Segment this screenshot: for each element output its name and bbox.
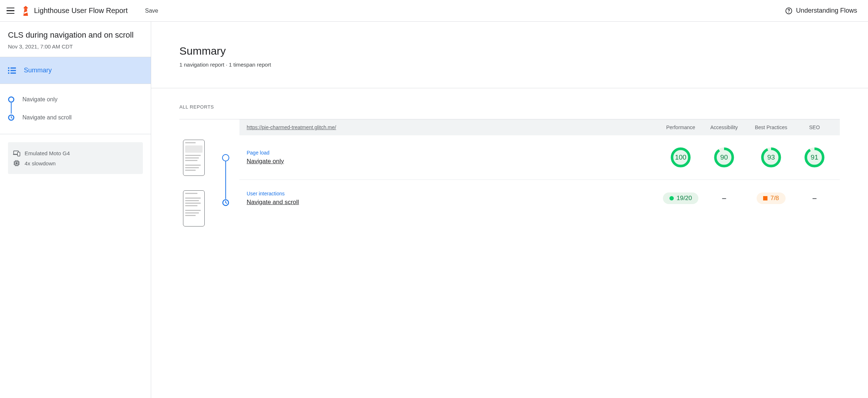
clock-icon bbox=[8, 114, 14, 121]
tested-url-link[interactable]: https://pie-charmed-treatment.glitch.me/ bbox=[247, 124, 659, 130]
page-subtitle: 1 navigation report · 1 timespan report bbox=[179, 62, 868, 68]
svg-rect-0 bbox=[24, 8, 27, 10]
fraction-value: 7/8 bbox=[770, 195, 779, 202]
list-icon bbox=[8, 67, 16, 74]
svg-rect-13 bbox=[18, 152, 20, 156]
accessibility-gauge[interactable]: 90 bbox=[713, 146, 735, 169]
best-practices-fraction[interactable]: 7/8 bbox=[757, 192, 786, 204]
sidebar-step-navigate-only[interactable]: Navigate only bbox=[8, 92, 143, 107]
settings-device: Emulated Moto G4 bbox=[13, 148, 138, 158]
svg-point-7 bbox=[8, 72, 9, 74]
gauge-value: 91 bbox=[803, 146, 826, 169]
svg-point-9 bbox=[9, 97, 14, 102]
row-category: Page load bbox=[247, 150, 659, 156]
svg-point-2 bbox=[788, 12, 789, 13]
flow-title: CLS during navigation and on scroll bbox=[8, 30, 143, 40]
pass-dot-icon bbox=[669, 196, 674, 200]
screenshot-thumbnail bbox=[183, 190, 205, 226]
best-practices-gauge[interactable]: 93 bbox=[760, 146, 782, 169]
thumbnails-column bbox=[179, 119, 222, 226]
chip-icon bbox=[13, 160, 20, 167]
accessibility-na: – bbox=[702, 194, 746, 203]
help-label: Understanding Flows bbox=[796, 7, 857, 14]
gauge-value: 90 bbox=[713, 146, 735, 169]
lighthouse-logo-icon bbox=[22, 6, 30, 16]
circle-icon bbox=[222, 154, 229, 161]
performance-fraction[interactable]: 19/20 bbox=[663, 192, 699, 204]
row-category: User interactions bbox=[247, 191, 659, 196]
sidebar: CLS during navigation and on scroll Nov … bbox=[0, 22, 151, 398]
flow-date: Nov 3, 2021, 7:00 AM CDT bbox=[8, 43, 143, 50]
settings-throttling-label: 4x slowdown bbox=[25, 160, 56, 166]
table-header: https://pie-charmed-treatment.glitch.me/… bbox=[239, 119, 840, 135]
sidebar-summary-label: Summary bbox=[24, 67, 52, 74]
settings-device-label: Emulated Moto G4 bbox=[25, 150, 70, 156]
save-button[interactable]: Save bbox=[145, 8, 158, 14]
column-performance: Performance bbox=[659, 124, 702, 130]
svg-rect-6 bbox=[10, 70, 16, 71]
svg-point-5 bbox=[8, 70, 9, 71]
sidebar-step-label: Navigate only bbox=[22, 96, 58, 103]
svg-point-3 bbox=[8, 67, 9, 69]
svg-rect-4 bbox=[10, 67, 16, 68]
svg-rect-8 bbox=[10, 72, 16, 73]
sidebar-header: CLS during navigation and on scroll Nov … bbox=[0, 22, 151, 57]
main-content: Summary 1 navigation report · 1 timespan… bbox=[151, 22, 868, 398]
sidebar-step-label: Navigate and scroll bbox=[22, 114, 72, 121]
clock-icon bbox=[222, 199, 229, 206]
sidebar-item-summary[interactable]: Summary bbox=[0, 57, 151, 84]
help-icon bbox=[785, 7, 792, 14]
table-row: User interactions Navigate and scroll 19… bbox=[239, 180, 840, 217]
all-reports-heading: ALL REPORTS bbox=[179, 104, 840, 110]
menu-icon[interactable] bbox=[4, 4, 17, 17]
screenshot-thumbnail bbox=[183, 140, 205, 176]
circle-icon bbox=[8, 96, 14, 103]
column-best-practices: Best Practices bbox=[746, 124, 796, 130]
row-step-link[interactable]: Navigate only bbox=[247, 158, 659, 165]
column-seo: SEO bbox=[796, 124, 833, 130]
gauge-value: 93 bbox=[760, 146, 782, 169]
svg-rect-15 bbox=[16, 162, 18, 164]
table-row: Page load Navigate only 100 bbox=[239, 135, 840, 180]
performance-gauge[interactable]: 100 bbox=[669, 146, 692, 169]
seo-gauge[interactable]: 91 bbox=[803, 146, 826, 169]
flow-connector bbox=[222, 119, 239, 207]
page-title: Summary bbox=[179, 45, 868, 57]
app-title: Lighthouse User Flow Report bbox=[34, 7, 128, 15]
device-icon bbox=[13, 149, 20, 157]
help-link[interactable]: Understanding Flows bbox=[785, 7, 857, 14]
sidebar-steps: Navigate only Navigate and scroll bbox=[0, 84, 151, 134]
topbar: Lighthouse User Flow Report Save Underst… bbox=[0, 0, 868, 22]
seo-na: – bbox=[796, 194, 833, 203]
row-step-link[interactable]: Navigate and scroll bbox=[247, 199, 659, 206]
fraction-value: 19/20 bbox=[677, 195, 692, 202]
sidebar-settings: Emulated Moto G4 bbox=[8, 142, 143, 174]
settings-throttling: 4x slowdown bbox=[13, 158, 138, 168]
average-square-icon bbox=[763, 196, 767, 200]
column-accessibility: Accessibility bbox=[702, 124, 746, 130]
sidebar-step-navigate-and-scroll[interactable]: Navigate and scroll bbox=[8, 110, 143, 125]
gauge-value: 100 bbox=[669, 146, 692, 169]
